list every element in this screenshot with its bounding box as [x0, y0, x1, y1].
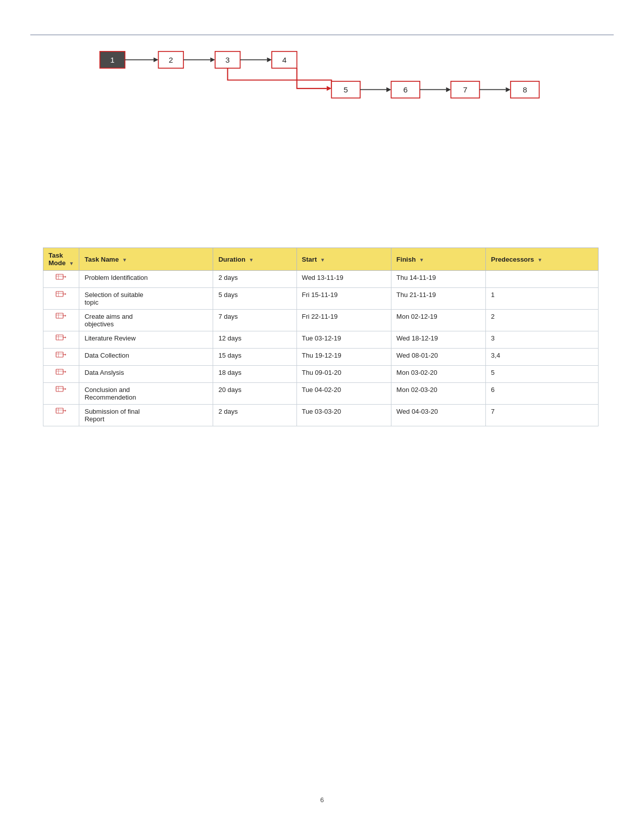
duration-cell: 7 days	[213, 310, 296, 331]
finish-cell: Wed 04-03-20	[391, 405, 485, 426]
svg-marker-3	[154, 58, 158, 62]
task-mode-icon	[56, 408, 67, 417]
task-mode-icon	[56, 386, 67, 395]
finish-cell: Mon 02-12-19	[391, 310, 485, 331]
svg-rect-46	[58, 335, 59, 340]
start-cell: Tue 03-12-19	[296, 331, 391, 349]
svg-marker-68	[65, 410, 66, 412]
col-header-predecessors[interactable]: Predecessors ▼	[486, 248, 599, 271]
col-header-start[interactable]: Start ▼	[296, 248, 391, 271]
task-name-cell: Create aims and objectives	[79, 310, 213, 331]
svg-rect-64	[56, 408, 63, 413]
predecessors-cell: 7	[486, 405, 599, 426]
duration-cell: 2 days	[213, 271, 296, 288]
predecessors-cell: 6	[486, 383, 599, 405]
network-diagram: 1 2 3 4 5 6	[30, 45, 611, 111]
task-mode-icon	[56, 274, 67, 283]
table-row: Create aims and objectives7 daysFri 22-1…	[43, 310, 599, 331]
col-header-task-mode[interactable]: TaskMode ▼	[43, 248, 79, 271]
predecessors-cell: 5	[486, 366, 599, 383]
page-number: 6	[320, 796, 324, 804]
table-container: TaskMode ▼ Task Name ▼ Duration ▼ Start …	[43, 248, 599, 426]
svg-marker-48	[65, 336, 66, 338]
predecessors-cell	[486, 271, 599, 288]
col-header-task-name[interactable]: Task Name ▼	[79, 248, 213, 271]
table-row: Selection of suitable topic5 daysFri 15-…	[43, 288, 599, 310]
svg-rect-41	[58, 313, 59, 318]
svg-rect-56	[58, 369, 59, 374]
task-mode-cell	[43, 288, 79, 310]
task-name-cell: Selection of suitable topic	[79, 288, 213, 310]
finish-cell: Wed 08-01-20	[391, 349, 485, 366]
task-mode-cell	[43, 310, 79, 331]
task-name-cell: Data Collection	[79, 349, 213, 366]
start-cell: Tue 04-02-20	[296, 383, 391, 405]
task-mode-icon	[56, 334, 67, 344]
start-cell: Wed 13-11-19	[296, 271, 391, 288]
table-row: Data Collection15 daysThu 19-12-19Wed 08…	[43, 349, 599, 366]
predecessors-cell: 3,4	[486, 349, 599, 366]
duration-cell: 5 days	[213, 288, 296, 310]
duration-cell: 18 days	[213, 366, 296, 383]
svg-text:3: 3	[225, 56, 230, 64]
svg-rect-49	[56, 352, 63, 357]
svg-rect-36	[58, 291, 59, 297]
svg-marker-18	[386, 87, 391, 92]
task-mode-icon	[56, 369, 67, 378]
svg-marker-53	[65, 354, 66, 356]
duration-cell: 15 days	[213, 349, 296, 366]
task-mode-cell	[43, 405, 79, 426]
svg-rect-54	[56, 369, 63, 374]
svg-rect-35	[56, 293, 63, 293]
table-row: Conclusion and Recommendetion20 daysTue …	[43, 383, 599, 405]
start-cell: Thu 19-12-19	[296, 349, 391, 366]
svg-marker-7	[210, 58, 215, 62]
duration-cell: 2 days	[213, 405, 296, 426]
col-header-finish[interactable]: Finish ▼	[391, 248, 485, 271]
svg-marker-43	[65, 315, 66, 317]
svg-marker-26	[506, 87, 510, 92]
svg-rect-50	[56, 354, 63, 354]
start-cell: Fri 15-11-19	[296, 288, 391, 310]
svg-rect-45	[56, 336, 63, 337]
svg-rect-61	[58, 386, 59, 391]
task-table: TaskMode ▼ Task Name ▼ Duration ▼ Start …	[43, 248, 599, 426]
svg-marker-63	[65, 388, 66, 390]
task-name-cell: Data Anslysis	[79, 366, 213, 383]
col-header-duration[interactable]: Duration ▼	[213, 248, 296, 271]
task-mode-icon	[56, 352, 67, 361]
svg-text:7: 7	[463, 85, 468, 94]
svg-rect-55	[56, 371, 63, 371]
svg-marker-14	[327, 86, 331, 90]
table-row: Data Anslysis18 daysThu 09-01-20Mon 03-0…	[43, 366, 599, 383]
finish-cell: Mon 03-02-20	[391, 366, 485, 383]
svg-rect-29	[56, 274, 63, 279]
svg-text:1: 1	[110, 56, 115, 64]
svg-rect-65	[56, 410, 63, 410]
table-row: Submission of final Report2 daysTue 03-0…	[43, 405, 599, 426]
task-mode-cell	[43, 383, 79, 405]
svg-text:6: 6	[404, 85, 408, 94]
svg-marker-11	[267, 58, 272, 62]
task-mode-cell	[43, 271, 79, 288]
task-name-cell: Submission of final Report	[79, 405, 213, 426]
svg-rect-60	[56, 388, 63, 388]
predecessors-cell: 2	[486, 310, 599, 331]
task-mode-cell	[43, 366, 79, 383]
table-row: Problem Identification2 daysWed 13-11-19…	[43, 271, 599, 288]
start-cell: Tue 03-03-20	[296, 405, 391, 426]
task-name-cell: Literature Review	[79, 331, 213, 349]
predecessors-cell: 1	[486, 288, 599, 310]
finish-cell: Thu 14-11-19	[391, 271, 485, 288]
task-mode-icon	[56, 313, 67, 322]
svg-marker-38	[65, 293, 66, 295]
svg-text:5: 5	[343, 85, 348, 94]
finish-cell: Wed 18-12-19	[391, 331, 485, 349]
svg-text:2: 2	[169, 56, 173, 64]
svg-rect-31	[58, 274, 59, 279]
start-cell: Thu 09-01-20	[296, 366, 391, 383]
svg-rect-66	[58, 408, 59, 413]
svg-rect-34	[56, 291, 63, 297]
task-mode-icon	[56, 291, 67, 300]
duration-cell: 20 days	[213, 383, 296, 405]
